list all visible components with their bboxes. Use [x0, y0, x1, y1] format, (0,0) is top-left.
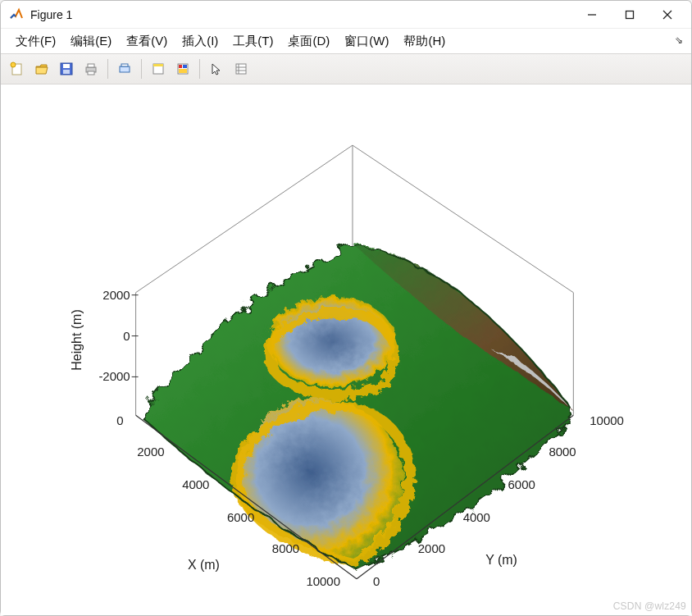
- menubar: 文件(F) 编辑(E) 查看(V) 插入(I) 工具(T) 桌面(D) 窗口(W…: [1, 29, 691, 53]
- y-tick-label: 8000: [549, 445, 576, 459]
- svg-rect-8: [63, 70, 70, 74]
- menu-insert[interactable]: 插入(I): [175, 32, 225, 51]
- toolbar-separator: [141, 59, 142, 79]
- toolbar: [1, 53, 691, 84]
- watermark-text: CSDN @wlz249: [613, 600, 686, 612]
- svg-rect-15: [153, 64, 163, 66]
- svg-rect-19: [179, 69, 187, 73]
- new-figure-button[interactable]: [6, 57, 29, 80]
- save-button[interactable]: [55, 57, 78, 80]
- property-inspector-button[interactable]: [230, 57, 253, 80]
- y-tick-label: 0: [373, 574, 380, 588]
- svg-rect-20: [236, 64, 246, 74]
- svg-rect-1: [626, 11, 634, 18]
- y-tick-label: 4000: [463, 510, 490, 524]
- menu-edit[interactable]: 编辑(E): [64, 32, 118, 51]
- z-tick-label: 0: [123, 329, 130, 343]
- x-tick-label: 6000: [227, 510, 254, 524]
- print-preview-button[interactable]: [113, 57, 136, 80]
- figure-window: Figure 1 文件(F) 编辑(E) 查看(V) 插入(I) 工具(T) 桌…: [0, 0, 692, 616]
- window-title: Figure 1: [30, 8, 72, 21]
- svg-rect-18: [183, 65, 187, 68]
- svg-rect-17: [179, 65, 182, 68]
- x-axis-label: X (m): [188, 558, 220, 572]
- y-axis-label: Y (m): [485, 553, 517, 567]
- y-tick-label: 2000: [418, 541, 445, 555]
- pointer-button[interactable]: [205, 57, 228, 80]
- svg-rect-12: [120, 66, 130, 72]
- menu-window[interactable]: 窗口(W): [338, 32, 395, 51]
- menubar-overflow-icon[interactable]: ⇘: [675, 34, 683, 46]
- link-plot-button[interactable]: [147, 57, 170, 80]
- svg-rect-13: [121, 64, 128, 66]
- x-tick-label: 4000: [182, 477, 209, 491]
- toolbar-separator: [107, 59, 108, 79]
- svg-rect-11: [88, 71, 94, 75]
- svg-rect-10: [88, 64, 94, 67]
- axes-3d[interactable]: 2000 0 -2000 Height (m) 0 2000 4000 6000…: [1, 84, 691, 615]
- menu-view[interactable]: 查看(V): [120, 32, 174, 51]
- print-button[interactable]: [80, 57, 102, 80]
- z-tick-label: 2000: [102, 288, 130, 302]
- minimize-button[interactable]: [573, 2, 611, 28]
- x-tick-label: 0: [116, 413, 123, 427]
- z-axis-label: Height (m): [70, 309, 84, 370]
- x-tick-label: 8000: [272, 541, 299, 555]
- maximize-button[interactable]: [611, 2, 649, 28]
- y-tick-label: 6000: [508, 477, 535, 491]
- z-tick-label: -2000: [98, 369, 130, 383]
- svg-point-5: [11, 62, 16, 67]
- surface-plot[interactable]: 2000 0 -2000 Height (m) 0 2000 4000 6000…: [1, 84, 691, 615]
- matlab-icon: [9, 7, 24, 22]
- x-tick-label: 10000: [306, 574, 340, 588]
- close-button[interactable]: [649, 2, 686, 28]
- menu-help[interactable]: 帮助(H): [397, 32, 452, 51]
- y-tick-label: 10000: [590, 413, 624, 427]
- open-button[interactable]: [30, 57, 53, 80]
- titlebar: Figure 1: [1, 1, 691, 29]
- menu-desktop[interactable]: 桌面(D): [281, 32, 336, 51]
- toolbar-separator: [199, 59, 200, 79]
- menu-file[interactable]: 文件(F): [9, 32, 62, 51]
- colorbar-button[interactable]: [171, 57, 194, 80]
- svg-rect-7: [63, 64, 70, 68]
- x-tick-label: 2000: [137, 445, 164, 459]
- menu-tools[interactable]: 工具(T): [226, 32, 280, 51]
